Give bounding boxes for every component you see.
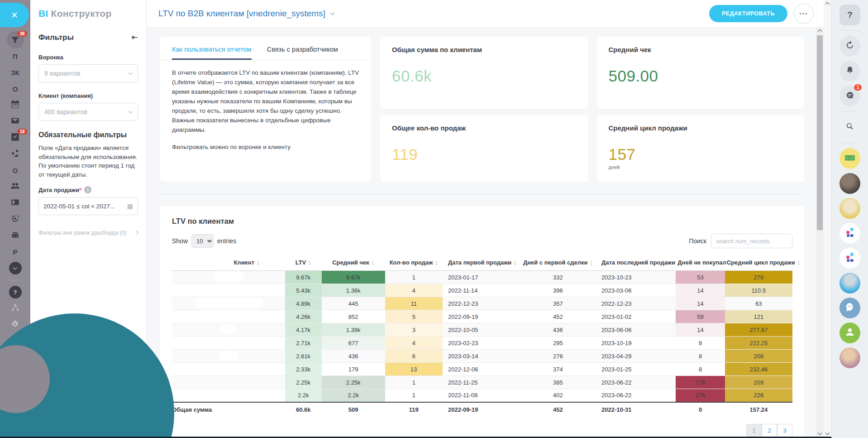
table-cell: 9.67k (285, 271, 322, 284)
blocks-logo-icon (844, 226, 856, 240)
nav-share-button[interactable] (5, 146, 25, 162)
column-header[interactable]: LTV▲▼ (285, 255, 322, 271)
tab-contact-developer[interactable]: Связь с разработчиком (267, 46, 338, 60)
nav-tasks-button[interactable]: 18 (5, 130, 25, 146)
collapse-panel-icon[interactable]: ⇤ (132, 33, 138, 42)
search-button[interactable] (839, 117, 860, 138)
scroll-up-icon[interactable] (825, 2, 830, 7)
sync-button[interactable] (839, 36, 860, 57)
avatar-contact-group[interactable] (839, 198, 860, 219)
outer-filters-toggle[interactable]: Фильтры вне рамок дашборда (0) (38, 229, 138, 237)
nav-help-button[interactable]: ? (5, 284, 25, 300)
table-cell: 8 (676, 337, 725, 350)
app-widget-blocks-1[interactable] (839, 223, 860, 244)
help-button[interactable]: ? (839, 5, 860, 25)
table-cell: 436 (520, 323, 596, 337)
table-row: 4.26k85252022-09-194522023-01-0259121 (172, 310, 792, 323)
page-button-1[interactable]: 1 (746, 424, 762, 438)
nav-calendar-button[interactable] (5, 97, 25, 113)
nav-mail-button[interactable] (5, 113, 25, 130)
table-cell: 206 (725, 350, 792, 363)
ltv-table: Клиент▲▼LTV▲▼Средний чек▲▼Кол-во продаж▲… (172, 255, 792, 417)
nav-more-button[interactable] (5, 260, 25, 276)
table-search-input[interactable] (711, 234, 792, 248)
app-widget-blocks-2[interactable] (839, 248, 860, 269)
nav-item-p[interactable]: П (5, 48, 25, 64)
close-sidebar-button[interactable]: ✕ (0, 3, 29, 27)
table-cell: 5.43k (285, 284, 322, 297)
nav-filters-button[interactable]: 38 (5, 32, 25, 48)
filters-badge: 38 (17, 31, 27, 37)
filters-title: Фильтры (38, 33, 74, 42)
table-cell: 8 (676, 350, 725, 363)
dashboard-canvas: Как пользоваться отчетом Связь с разрабо… (147, 27, 816, 438)
page-size-select[interactable]: 10 (191, 234, 214, 248)
total-cell: 0 (676, 402, 725, 417)
nav-bot-button[interactable] (5, 227, 25, 244)
sale-date-input[interactable]: 2022-05-01 ≤ col < 2027... ▦ (38, 197, 138, 215)
column-header[interactable]: Клиент▲▼ (172, 255, 285, 271)
table-cell: 232.46 (725, 363, 792, 376)
user-widget[interactable] (839, 322, 860, 343)
scrollbar-thumb[interactable] (817, 35, 823, 230)
client-filter-select[interactable]: 400 вариантов (38, 103, 138, 121)
table-cell: 63 (725, 297, 792, 310)
nav-target-button[interactable] (5, 211, 25, 227)
nav-people-button[interactable] (5, 178, 25, 195)
page-button-3[interactable]: 3 (777, 424, 792, 438)
sort-icon[interactable]: ▲▼ (308, 260, 311, 265)
column-header[interactable]: Дата первой продажи▲▼ (443, 255, 520, 271)
funnel-filter-select[interactable]: 8 вариантов (38, 64, 138, 82)
nav-item-r[interactable]: P (5, 244, 25, 260)
avatar-contact-2[interactable] (839, 273, 860, 294)
page-button-2[interactable]: 2 (762, 424, 777, 438)
dashboard-title-dropdown[interactable]: LTV по B2B клиентам [vnedrenie_systems] (158, 9, 334, 19)
column-header[interactable]: Средний цикл продажи▲▼ (725, 255, 792, 271)
table-cell: 14 (676, 323, 725, 337)
gear-icon (11, 320, 19, 330)
tab-how-to-use[interactable]: Как пользоваться отчетом (172, 46, 252, 60)
more-options-button[interactable]: ••• (794, 4, 814, 24)
info-icon[interactable]: i (84, 186, 91, 193)
nav-item-o1[interactable]: О (5, 81, 25, 97)
table-cell: 2.2k (285, 389, 322, 402)
edit-button[interactable]: РЕДАКТИРОВАТЬ (709, 5, 787, 22)
column-header[interactable]: Дата последней продажи▲▼ (596, 255, 676, 271)
chat-button[interactable]: 1 (839, 86, 860, 106)
metric-value: 157 (609, 145, 793, 164)
avatar-contact-3[interactable] (839, 347, 860, 368)
sort-icon[interactable]: ▲▼ (590, 260, 593, 265)
column-header[interactable]: Дней не покупал▲▼ (676, 255, 725, 271)
column-header[interactable]: Средний чек▲▼ (322, 255, 385, 271)
avatar-contact-1[interactable] (839, 173, 860, 194)
report-description: В отчете отображается LTV по вашим клиен… (172, 68, 359, 135)
table-cell: 2.61k (285, 350, 322, 363)
notifications-button[interactable] (839, 61, 860, 82)
sort-icon[interactable]: ▲▼ (257, 260, 259, 265)
table-row: 2.2k2.2k12022-11-084022023-06-22176226 (172, 389, 792, 402)
nav-contacts-button[interactable] (5, 195, 25, 211)
nav-item-zk[interactable]: ЗК (5, 64, 25, 81)
table-cell: 2.25k (285, 376, 322, 389)
people-chat-icon (844, 302, 855, 314)
content-scrollbar[interactable] (816, 27, 824, 438)
sort-icon[interactable]: ▲▼ (514, 260, 516, 265)
billing-widget[interactable]: $ (839, 148, 860, 169)
scroll-down-icon[interactable] (818, 431, 822, 435)
sort-icon[interactable]: ▲▼ (372, 260, 374, 265)
tasks-badge: 18 (17, 129, 27, 135)
page-scrollbar[interactable] (824, 0, 831, 438)
column-header[interactable]: Кол-во продаж▲▼ (385, 255, 443, 271)
scroll-down-icon[interactable] (825, 431, 830, 435)
table-cell: 2022-09-19 (443, 310, 520, 323)
table-row: 9.67k9.67k12023-01-173322023-10-2353279 (172, 271, 792, 284)
nav-hierarchy-button[interactable] (5, 300, 25, 317)
scroll-up-icon[interactable] (818, 29, 822, 34)
total-cell: 2022-10-31 (596, 402, 676, 417)
sort-icon[interactable]: ▲▼ (797, 260, 800, 265)
client-cell-redacted (172, 376, 285, 389)
column-header[interactable]: Дней с первой сделки▲▼ (520, 255, 596, 271)
sort-icon[interactable]: ▲▼ (435, 260, 438, 265)
nav-item-o2[interactable]: О (5, 162, 25, 178)
group-chat-widget[interactable] (839, 298, 860, 318)
